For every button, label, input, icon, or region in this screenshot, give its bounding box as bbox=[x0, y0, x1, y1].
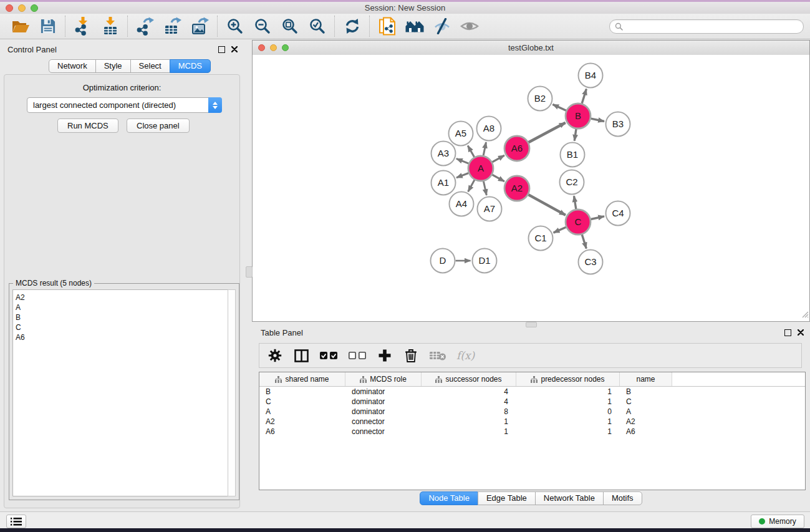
node-C1[interactable]: C1 bbox=[529, 226, 553, 251]
node-A5[interactable]: A5 bbox=[449, 122, 473, 146]
cell[interactable]: C bbox=[620, 397, 672, 407]
close-table-panel-icon[interactable] bbox=[798, 329, 804, 336]
table-row-C[interactable]: Cdominator41C bbox=[259, 397, 805, 407]
cell[interactable]: 1 bbox=[422, 417, 516, 427]
node-A[interactable]: A bbox=[468, 156, 493, 181]
zoom-fit-button[interactable] bbox=[279, 16, 301, 37]
cell[interactable]: A6 bbox=[259, 427, 345, 437]
edge-A-A4[interactable] bbox=[468, 180, 475, 191]
column-header-MCDS-role[interactable]: MCDS role bbox=[345, 372, 422, 386]
float-table-panel-icon[interactable] bbox=[784, 329, 791, 336]
close-panel-icon[interactable] bbox=[231, 46, 238, 52]
node-C2[interactable]: C2 bbox=[560, 170, 584, 195]
column-header-shared-name[interactable]: shared name bbox=[259, 372, 345, 386]
open-session-button[interactable] bbox=[9, 16, 32, 37]
edge-B-B2[interactable] bbox=[552, 104, 566, 110]
table-mode-button[interactable] bbox=[267, 346, 283, 365]
memory-button[interactable]: Memory bbox=[751, 515, 804, 528]
cell[interactable]: B bbox=[259, 387, 345, 397]
edge-C-C3[interactable] bbox=[582, 235, 586, 249]
cell[interactable]: A bbox=[620, 407, 672, 417]
export-image-button[interactable] bbox=[189, 16, 211, 37]
cell[interactable]: 1 bbox=[422, 427, 516, 437]
edge-C-C4[interactable] bbox=[591, 216, 605, 220]
search-box[interactable] bbox=[609, 19, 804, 34]
edge-A-A3[interactable] bbox=[456, 158, 469, 163]
delete-column-button[interactable] bbox=[403, 346, 419, 365]
tab-mcds[interactable]: MCDS bbox=[170, 59, 211, 73]
add-column-button[interactable] bbox=[377, 346, 393, 365]
node-B[interactable]: B bbox=[566, 104, 591, 128]
edge-A-A7[interactable] bbox=[483, 181, 486, 196]
node-D1[interactable]: D1 bbox=[473, 249, 497, 273]
cell[interactable]: 1 bbox=[516, 387, 620, 397]
cell[interactable]: 4 bbox=[422, 397, 516, 407]
node-A3[interactable]: A3 bbox=[432, 142, 456, 166]
tab-select[interactable]: Select bbox=[130, 59, 170, 73]
table-row-A2[interactable]: A2connector11A2 bbox=[259, 417, 805, 427]
cell[interactable]: 0 bbox=[516, 407, 620, 417]
optimization-criterion-dropdown[interactable]: largest connected component (directed) bbox=[27, 97, 222, 113]
import-table-button[interactable] bbox=[99, 16, 122, 37]
float-panel-icon[interactable] bbox=[218, 46, 225, 53]
tab-motifs[interactable]: Motifs bbox=[603, 491, 642, 505]
refresh-layout-button[interactable] bbox=[341, 16, 364, 37]
tab-style[interactable]: Style bbox=[95, 59, 131, 73]
edge-B-B3[interactable] bbox=[591, 118, 604, 121]
export-table-button[interactable] bbox=[162, 16, 184, 37]
column-header-predecessor-nodes[interactable]: predecessor nodes bbox=[516, 372, 620, 386]
search-input[interactable] bbox=[626, 21, 798, 31]
table-row-A[interactable]: Adominator80A bbox=[259, 407, 805, 417]
node-A1[interactable]: A1 bbox=[432, 171, 456, 195]
cell[interactable]: dominator bbox=[345, 397, 422, 407]
cell[interactable]: A2 bbox=[259, 417, 345, 427]
node-B4[interactable]: B4 bbox=[579, 64, 603, 88]
node-B1[interactable]: B1 bbox=[561, 143, 585, 167]
select-all-button[interactable] bbox=[319, 346, 338, 365]
edge-C-C2[interactable] bbox=[574, 196, 576, 209]
node-A7[interactable]: A7 bbox=[478, 197, 502, 221]
deselect-all-button[interactable] bbox=[348, 346, 367, 365]
show-panels-button[interactable] bbox=[6, 515, 26, 528]
node-A2[interactable]: A2 bbox=[504, 176, 529, 201]
zoom-selected-button[interactable] bbox=[306, 16, 329, 37]
new-network-from-file-button[interactable] bbox=[376, 16, 398, 37]
edge-A-A1[interactable] bbox=[456, 173, 468, 178]
column-header-successor-nodes[interactable]: successor nodes bbox=[422, 372, 516, 386]
node-D[interactable]: D bbox=[431, 249, 455, 273]
show-column-button[interactable] bbox=[293, 346, 309, 365]
tab-network-table[interactable]: Network Table bbox=[535, 491, 604, 505]
tab-node-table[interactable]: Node Table bbox=[420, 491, 478, 505]
cell[interactable]: 8 bbox=[422, 407, 516, 417]
edge-A-A8[interactable] bbox=[483, 142, 486, 155]
cell[interactable]: C bbox=[259, 397, 345, 407]
edge-A2-C[interactable] bbox=[528, 195, 566, 215]
edge-B-B1[interactable] bbox=[574, 129, 576, 141]
zoom-out-button[interactable] bbox=[251, 16, 274, 37]
node-B2[interactable]: B2 bbox=[528, 87, 552, 111]
cell[interactable]: connector bbox=[345, 427, 422, 437]
node-C4[interactable]: C4 bbox=[606, 201, 630, 226]
save-session-button[interactable] bbox=[37, 16, 59, 37]
cell[interactable]: dominator bbox=[345, 387, 422, 397]
edge-A-A6[interactable] bbox=[492, 155, 504, 162]
node-A6[interactable]: A6 bbox=[504, 136, 529, 161]
cell[interactable]: 1 bbox=[516, 397, 620, 407]
table-row-A6[interactable]: A6connector11A6 bbox=[259, 427, 805, 437]
cell[interactable]: 4 bbox=[422, 387, 516, 397]
node-A4[interactable]: A4 bbox=[450, 192, 474, 216]
cell[interactable]: 1 bbox=[516, 427, 620, 437]
edge-C-C1[interactable] bbox=[554, 227, 566, 233]
cell[interactable]: A bbox=[259, 407, 345, 417]
column-header-name[interactable]: name bbox=[620, 372, 672, 386]
close-panel-button[interactable]: Close panel bbox=[127, 118, 190, 133]
cell[interactable]: 1 bbox=[516, 417, 620, 427]
run-mcds-button[interactable]: Run MCDS bbox=[57, 118, 118, 133]
tab-network[interactable]: Network bbox=[49, 59, 96, 73]
edge-A-A5[interactable] bbox=[468, 146, 474, 157]
zoom-in-button[interactable] bbox=[224, 16, 246, 37]
resize-grip-icon[interactable] bbox=[801, 309, 809, 321]
node-A8[interactable]: A8 bbox=[477, 117, 501, 141]
result-list-scrollbar[interactable] bbox=[228, 289, 236, 496]
export-network-button[interactable] bbox=[134, 16, 157, 37]
